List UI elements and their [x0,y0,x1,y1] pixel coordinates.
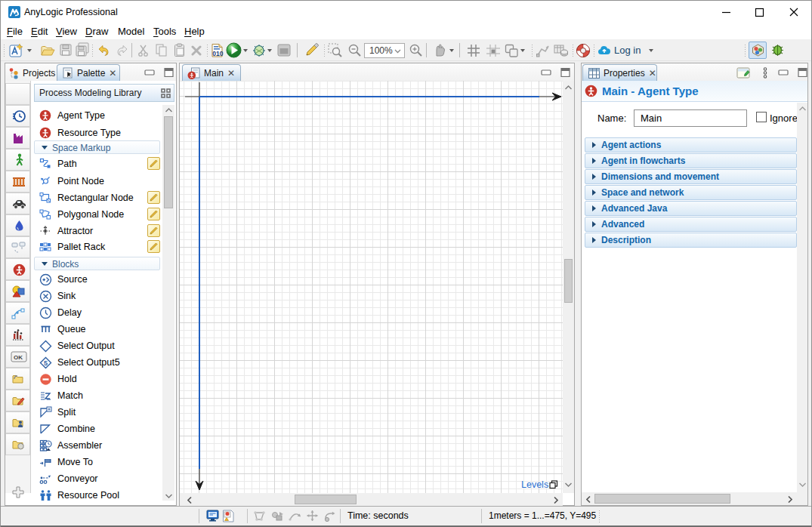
svg-text:5: 5 [44,359,48,367]
svg-text:010: 010 [212,50,223,57]
svg-text:OK: OK [14,354,23,361]
